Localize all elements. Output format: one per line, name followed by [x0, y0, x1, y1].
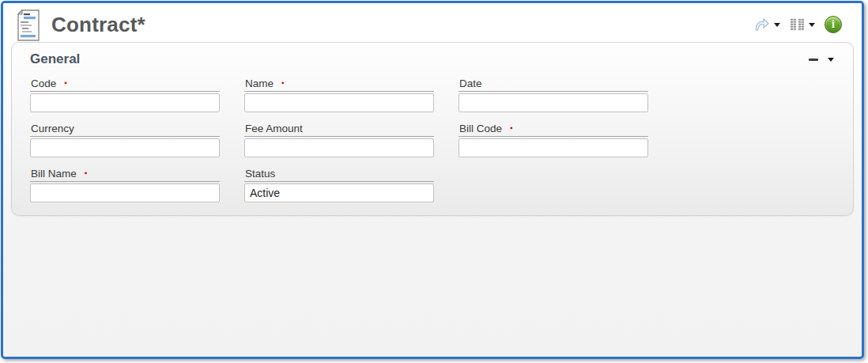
- required-marker: ▪: [64, 79, 67, 87]
- field-label: Status: [245, 168, 275, 180]
- required-marker: ▪: [510, 124, 513, 132]
- general-section-header: General: [12, 43, 853, 67]
- required-marker: ▪: [85, 169, 88, 177]
- chevron-down-icon: [774, 23, 780, 27]
- workflow-actions-button[interactable]: [751, 16, 783, 33]
- field-date: Date: [459, 78, 648, 112]
- chevron-down-icon[interactable]: [828, 58, 834, 62]
- currency-input[interactable]: [30, 138, 220, 157]
- document-icon: [15, 9, 42, 41]
- chevron-down-icon: [809, 23, 815, 27]
- columns-icon: [790, 18, 805, 31]
- section-controls: [809, 58, 834, 62]
- general-section: General Code ▪ Name ▪: [11, 42, 854, 216]
- field-name: Name ▪: [244, 78, 434, 112]
- toolbar: i: [751, 14, 844, 35]
- field-label: Name: [245, 78, 274, 89]
- field-bill-name: Bill Name ▪: [30, 168, 220, 202]
- page-title: Contract*: [51, 13, 145, 37]
- field-label: Fee Amount: [245, 123, 303, 134]
- field-fee-amount: Fee Amount: [244, 123, 434, 157]
- date-input[interactable]: [459, 93, 648, 112]
- status-input[interactable]: [244, 183, 434, 202]
- fee-amount-input[interactable]: [244, 138, 434, 157]
- field-label: Bill Name: [31, 168, 77, 180]
- bill-name-input[interactable]: [30, 183, 220, 202]
- field-code: Code ▪: [30, 78, 220, 112]
- column-layout-button[interactable]: [787, 17, 817, 32]
- bill-code-input[interactable]: [459, 138, 648, 157]
- curved-arrow-icon: [753, 17, 770, 32]
- code-input[interactable]: [30, 93, 220, 112]
- contract-window: Contract*: [1, 1, 864, 359]
- section-title: General: [30, 51, 80, 67]
- field-bill-code: Bill Code ▪: [459, 123, 648, 157]
- info-button[interactable]: i: [822, 14, 844, 35]
- info-icon: i: [825, 16, 842, 33]
- field-label: Code: [31, 78, 56, 89]
- window-header: Contract*: [3, 3, 862, 43]
- field-label: Date: [459, 78, 482, 89]
- name-input[interactable]: [244, 93, 434, 112]
- field-label: Bill Code: [459, 123, 502, 134]
- field-label: Currency: [31, 123, 74, 134]
- collapse-icon[interactable]: [809, 59, 818, 61]
- required-marker: ▪: [281, 79, 285, 87]
- field-currency: Currency: [30, 123, 220, 157]
- field-status: Status: [244, 168, 434, 202]
- general-form: Code ▪ Name ▪ Date: [12, 67, 853, 202]
